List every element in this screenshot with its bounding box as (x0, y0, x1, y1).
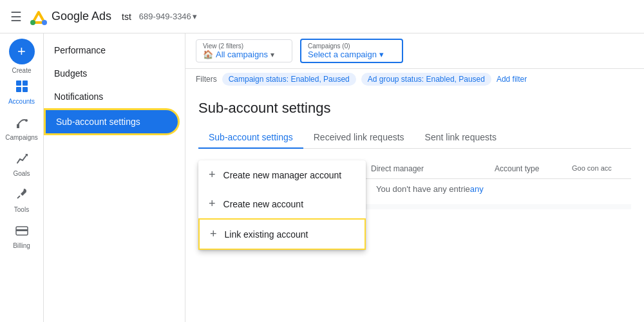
account-id: 689-949-3346 (139, 12, 191, 21)
sidebar-icon-goals[interactable]: Goals (0, 146, 44, 182)
plus-icon-account: + (209, 197, 216, 211)
home-icon: 🏠 (203, 50, 213, 59)
create-account-label: Create new account (223, 199, 304, 209)
th-google-col: Goo con acc (567, 164, 631, 173)
no-entries-link[interactable]: any (470, 184, 484, 194)
accounts-icon (15, 79, 29, 97)
accounts-icon-label: Accounts (8, 98, 35, 105)
svg-point-1 (30, 20, 35, 25)
th-account-type: Account type (489, 164, 567, 173)
tools-icon-label: Tools (14, 206, 29, 213)
tab-received-link-requests[interactable]: Received link requests (303, 127, 415, 149)
nav-item-notifications[interactable]: Notifications (44, 85, 180, 108)
campaigns-icon (15, 115, 29, 133)
filters-label: Filters (196, 75, 217, 84)
campaign-dropdown[interactable]: Campaigns (0) Select a campaign ▾ (300, 39, 403, 63)
create-manager-label: Create new manager account (223, 170, 342, 180)
svg-rect-3 (16, 80, 21, 86)
campaign-dropdown-arrow-icon: ▾ (379, 50, 384, 59)
no-entries-text: You don't have any entrieany (371, 176, 489, 202)
topbar: ☰ Google Ads tst 689-949-3346 ▾ (0, 0, 644, 33)
view-dropdown-arrow-icon: ▾ (270, 50, 274, 59)
filter-bar: View (2 filters) 🏠 All campaigns ▾ Campa… (185, 33, 644, 69)
layout: + Create Accounts Campaigns Goals Tools (0, 33, 644, 322)
campaign-dropdown-value: Select a campaign ▾ (308, 50, 395, 59)
view-filter-value: 🏠 All campaigns ▾ (203, 50, 285, 59)
svg-point-7 (25, 119, 28, 122)
svg-rect-5 (16, 87, 21, 92)
tools-icon (15, 187, 29, 205)
nav-item-performance[interactable]: Performance (44, 39, 180, 62)
tab-sub-account-settings[interactable]: Sub-account settings (198, 127, 303, 149)
sidebar-icon-campaigns[interactable]: Campaigns (0, 110, 44, 146)
goals-icon-label: Goals (13, 170, 30, 177)
tab-sent-link-requests[interactable]: Sent link requests (415, 127, 507, 149)
campaigns-icon-label: Campaigns (5, 134, 38, 141)
app-title: Google Ads (52, 10, 111, 23)
table-scrollbar[interactable] (366, 204, 631, 209)
sidebar-icon-tools[interactable]: Tools (0, 182, 44, 218)
page-content: Sub-account settings Sub-account setting… (185, 90, 644, 322)
dropdown-arrow-icon: ▾ (193, 12, 197, 21)
svg-rect-8 (17, 124, 19, 128)
dropdown-menu: + Create new manager account + Create ne… (198, 160, 366, 250)
goals-icon (15, 151, 29, 169)
th-direct-manager: Direct manager (366, 164, 489, 173)
billing-icon-label: Billing (13, 242, 30, 249)
view-filter-label: View (2 filters) (203, 43, 285, 50)
svg-rect-6 (23, 87, 28, 92)
sidebar-icon-billing[interactable]: Billing (0, 218, 44, 254)
plus-icon-link: + (210, 227, 217, 241)
create-label: Create (12, 67, 31, 74)
logo-svg (30, 8, 48, 26)
adgroup-status-filter-chip[interactable]: Ad group status: Enabled, Paused (361, 73, 491, 86)
link-existing-label: Link existing account (225, 229, 308, 240)
account-name: tst (122, 12, 131, 22)
nav-sidebar: Performance Budgets Notifications Sub-ac… (44, 33, 185, 322)
svg-point-2 (42, 20, 47, 25)
filters-row: Filters Campaign status: Enabled, Paused… (185, 69, 644, 90)
plus-icon-manager: + (209, 168, 216, 182)
link-existing-account-item[interactable]: + Link existing account (198, 218, 366, 250)
svg-rect-4 (23, 80, 28, 86)
svg-rect-12 (16, 229, 28, 231)
tabs: Sub-account settings Received link reque… (198, 127, 631, 149)
billing-icon (15, 223, 29, 241)
account-dropdown[interactable]: 689-949-3346 ▾ (139, 12, 197, 21)
add-filter-button[interactable]: Add filter (497, 75, 527, 84)
view-filter-dropdown[interactable]: View (2 filters) 🏠 All campaigns ▾ (196, 39, 292, 62)
create-button[interactable]: + (9, 39, 35, 64)
main-content: View (2 filters) 🏠 All campaigns ▾ Campa… (185, 33, 644, 322)
google-ads-logo: Google Ads (30, 8, 111, 26)
page-title: Sub-account settings (198, 100, 631, 117)
campaign-dropdown-label: Campaigns (0) (308, 43, 395, 50)
create-manager-account-item[interactable]: + Create new manager account (198, 160, 366, 189)
sidebar-icon-accounts[interactable]: Accounts (0, 74, 44, 110)
icon-sidebar: + Create Accounts Campaigns Goals Tools (0, 33, 44, 322)
nav-item-budgets[interactable]: Budgets (44, 62, 180, 85)
campaign-status-filter-chip[interactable]: Campaign status: Enabled, Paused (222, 73, 356, 86)
create-account-item[interactable]: + Create new account (198, 189, 366, 218)
hamburger-icon[interactable]: ☰ (10, 9, 22, 24)
svg-rect-10 (17, 195, 21, 199)
nav-item-sub-account-settings[interactable]: Sub-account settings (44, 108, 180, 135)
